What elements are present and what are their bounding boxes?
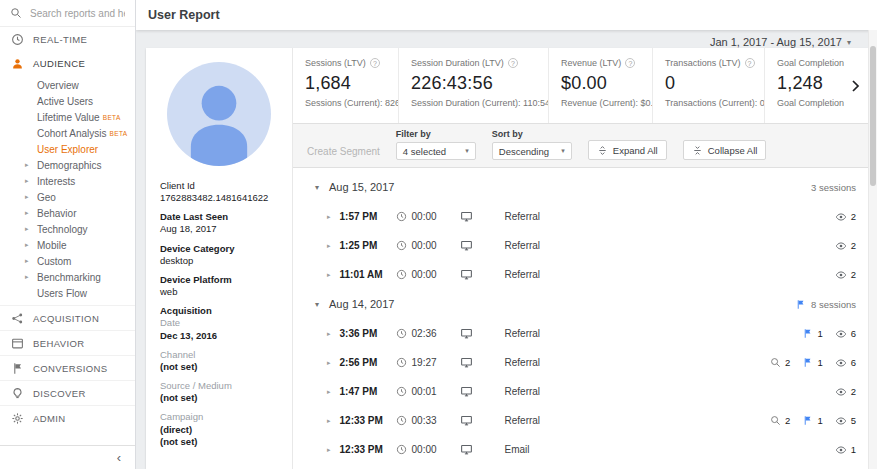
sidebar-search[interactable] xyxy=(0,0,135,27)
chevron-right-icon xyxy=(847,78,863,94)
session-duration: 00:00 xyxy=(412,269,456,280)
session-row[interactable]: ▸ 2:56 PM 19:27 Referral 2 1 6 xyxy=(293,348,856,377)
row-expand-icon[interactable]: ▸ xyxy=(327,242,331,250)
sort-by-select[interactable]: Descending ▾ xyxy=(492,142,572,160)
sidebar-item-technology[interactable]: ▸Technology xyxy=(0,221,135,237)
collapse-all-button[interactable]: Collapse All xyxy=(683,140,767,160)
sidebar-item-label: AUDIENCE xyxy=(33,58,85,69)
group-date: Aug 14, 2017 xyxy=(329,298,394,310)
sidebar-item-label: Behavior xyxy=(37,208,76,219)
sidebar-item-label: Mobile xyxy=(37,240,66,251)
session-row[interactable]: ▸ 3:36 PM 02:36 Referral 1 6 xyxy=(293,319,856,348)
session-duration: 00:33 xyxy=(412,415,456,426)
sidebar-item-conversions[interactable]: CONVERSIONS xyxy=(0,355,135,380)
metric-value: $0.00 xyxy=(561,73,640,94)
field-date-last-seen: Date Last Seen Aug 18, 2017 xyxy=(160,211,278,235)
row-expand-icon[interactable]: ▸ xyxy=(327,330,331,338)
sidebar-collapse-button[interactable]: ‹ xyxy=(0,445,135,469)
flag-icon xyxy=(795,299,806,310)
session-row[interactable]: ▸ 1:57 PM 00:00 Referral 2 xyxy=(293,202,856,231)
sidebar-item-overview[interactable]: Overview xyxy=(0,77,135,93)
sidebar-item-behavior[interactable]: ▸Behavior xyxy=(0,205,135,221)
filter-by-group: Filter by 4 selected ▾ xyxy=(396,129,476,160)
metrics-scroll-right-button[interactable] xyxy=(847,78,863,94)
session-channel: Referral xyxy=(505,269,541,280)
flag-icon xyxy=(802,415,813,426)
row-expand-icon[interactable]: ▸ xyxy=(327,271,331,279)
search-icon xyxy=(770,357,781,368)
eye-icon xyxy=(835,328,847,340)
row-expand-icon[interactable]: ▸ xyxy=(327,417,331,425)
filter-by-value: 4 selected xyxy=(403,146,446,157)
beta-badge: BETA xyxy=(109,130,127,137)
session-channel: Referral xyxy=(505,357,541,368)
sidebar-item-benchmarking[interactable]: ▸Benchmarking xyxy=(0,269,135,285)
metric-sub: Session Duration (Current): 110:54:17 xyxy=(411,98,536,108)
search-input[interactable] xyxy=(30,8,125,19)
expand-all-icon xyxy=(597,145,608,156)
chevron-down-icon: ▾ xyxy=(465,147,469,155)
sidebar-item-user-explorer[interactable]: User Explorer xyxy=(0,141,135,157)
sidebar-item-behavior-section[interactable]: BEHAVIOR xyxy=(0,330,135,355)
session-row[interactable]: ▸ 12:33 PM 00:33 Referral 2 1 5 xyxy=(293,406,856,435)
collapse-group-icon[interactable]: ▾ xyxy=(315,183,319,192)
sidebar-item-users-flow[interactable]: Users Flow xyxy=(0,285,135,301)
row-expand-icon[interactable]: ▸ xyxy=(327,388,331,396)
session-row[interactable]: ▸ 12:33 PM 00:00 Email 1 xyxy=(293,435,856,464)
filter-by-select[interactable]: 4 selected ▾ xyxy=(396,142,476,160)
expand-icon: ▸ xyxy=(25,161,29,169)
sidebar-item-cohort-analysis[interactable]: Cohort AnalysisBETA xyxy=(0,125,135,141)
sidebar-item-interests[interactable]: ▸Interests xyxy=(0,173,135,189)
person-icon xyxy=(11,57,24,70)
sidebar-item-mobile[interactable]: ▸Mobile xyxy=(0,237,135,253)
session-group-header[interactable]: ▾ Aug 14, 2017 8 sessions xyxy=(293,289,856,319)
help-icon[interactable]: ? xyxy=(508,58,518,68)
clock-icon xyxy=(396,211,407,222)
eye-icon xyxy=(835,415,847,427)
sidebar-item-label: Geo xyxy=(37,192,56,203)
session-row[interactable]: ▸ 11:01 AM 00:00 Referral 2 xyxy=(293,260,856,289)
session-duration: 00:00 xyxy=(412,211,456,222)
expand-icon: ▸ xyxy=(25,241,29,249)
session-row[interactable]: ▸ 1:25 PM 00:00 Referral 2 xyxy=(293,231,856,260)
sidebar-item-geo[interactable]: ▸Geo xyxy=(0,189,135,205)
row-expand-icon[interactable]: ▸ xyxy=(327,213,331,221)
sidebar-item-acquisition[interactable]: ACQUISITION xyxy=(0,305,135,330)
row-expand-icon[interactable]: ▸ xyxy=(327,359,331,367)
row-expand-icon[interactable]: ▸ xyxy=(327,446,331,454)
help-icon[interactable]: ? xyxy=(745,58,755,68)
metric-label: Goal Completions (LTV) xyxy=(777,58,844,68)
scrollbar-thumb[interactable] xyxy=(870,46,876,186)
sidebar-item-discover[interactable]: DISCOVER xyxy=(0,380,135,405)
help-icon[interactable]: ? xyxy=(370,58,380,68)
create-segment-button[interactable]: Create Segment xyxy=(307,146,380,157)
sidebar-item-audience[interactable]: AUDIENCE xyxy=(0,51,135,75)
sidebar-item-realtime[interactable]: REAL-TIME xyxy=(0,27,135,51)
metric-sub: Transactions (Current): 0 xyxy=(665,98,752,108)
sidebar-item-label: Users Flow xyxy=(37,288,87,299)
field-campaign: Campaign (direct) (not set) xyxy=(160,411,278,447)
sidebar-item-custom[interactable]: ▸Custom xyxy=(0,253,135,269)
page-title: User Report xyxy=(148,8,220,22)
metric-value: 1,248 xyxy=(777,73,832,94)
sidebar-item-lifetime-value[interactable]: Lifetime ValueBETA xyxy=(0,109,135,125)
help-icon[interactable]: ? xyxy=(625,58,635,68)
pageviews-badge: 2 xyxy=(835,269,856,281)
metric-revenue: Revenue (LTV)? $0.00 Revenue (Current): … xyxy=(549,48,653,123)
session-group-header[interactable]: ▾ Aug 15, 2017 3 sessions xyxy=(293,172,856,202)
sidebar-item-admin[interactable]: ADMIN xyxy=(0,405,135,430)
collapse-group-icon[interactable]: ▾ xyxy=(315,300,319,309)
clock-icon xyxy=(396,444,407,455)
session-row[interactable]: ▸ 1:47 PM 00:01 Referral 2 xyxy=(293,377,856,406)
expand-all-button[interactable]: Expand All xyxy=(588,140,667,160)
sidebar-item-demographics[interactable]: ▸Demographics xyxy=(0,157,135,173)
sidebar-item-label: Cohort Analysis xyxy=(37,128,106,139)
report-main: Sessions (LTV)? 1,684 Sessions (Current)… xyxy=(292,48,868,469)
sidebar-item-label: Custom xyxy=(37,256,71,267)
session-duration: 00:00 xyxy=(412,240,456,251)
desktop-icon xyxy=(460,210,473,223)
vertical-scrollbar[interactable] xyxy=(868,30,877,469)
sidebar-item-active-users[interactable]: Active Users xyxy=(0,93,135,109)
sidebar-item-label: DISCOVER xyxy=(33,388,86,399)
date-range-picker[interactable]: Jan 1, 2017 - Aug 15, 2017 ▾ xyxy=(710,36,851,48)
